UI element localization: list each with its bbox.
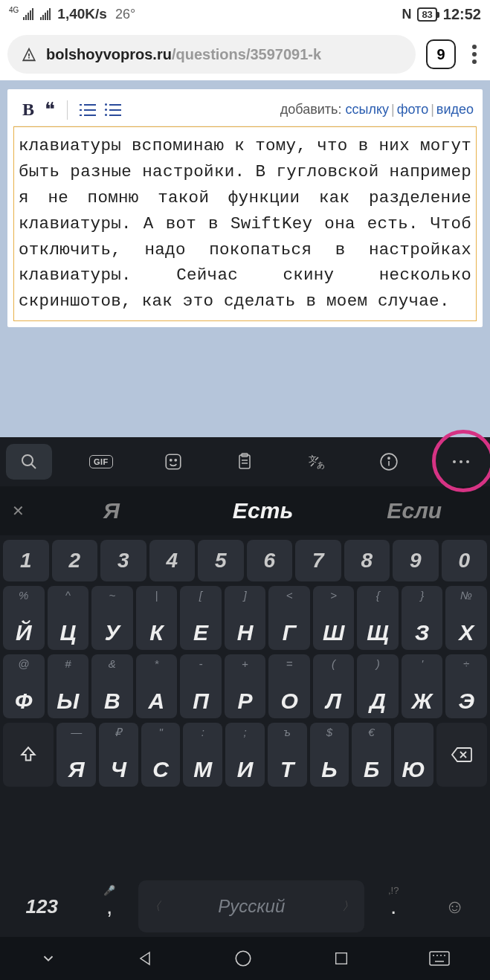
add-photo[interactable]: фото [397, 102, 428, 117]
suggestion-3[interactable]: Если [338, 498, 490, 523]
svg-point-19 [236, 951, 251, 966]
add-link[interactable]: ссылку [345, 102, 389, 117]
key-comma[interactable]: 🎤, [83, 880, 135, 932]
signal-bars-2-icon [40, 9, 51, 20]
kbd-gif-button[interactable]: GIF [78, 444, 124, 480]
nav-home[interactable] [233, 949, 253, 968]
keyboard-bottom-row: 123 🎤, 〈 Русский 〉 ,!?. ☺ [0, 880, 490, 937]
key-К[interactable]: |К [136, 586, 178, 650]
suggestion-close[interactable]: ✕ [0, 502, 36, 520]
bold-button[interactable]: B [16, 100, 40, 120]
key-В[interactable]: &В [91, 654, 133, 718]
key-М[interactable]: :М [183, 723, 222, 787]
key-П[interactable]: -П [180, 654, 222, 718]
tabs-button[interactable]: 9 [426, 39, 456, 69]
key-Г[interactable]: <Г [268, 586, 310, 650]
key-2[interactable]: 2 [52, 540, 98, 581]
kbd-clipboard-button[interactable] [222, 444, 268, 480]
key-8[interactable]: 8 [344, 540, 390, 581]
chevron-left-icon: 〈 [149, 899, 161, 915]
key-Я[interactable]: —Я [57, 723, 96, 787]
key-Ф[interactable]: @Ф [3, 654, 45, 718]
key-С[interactable]: "С [141, 723, 181, 787]
suggestion-bar: ✕ Я Есть Если [0, 486, 490, 535]
key-Б[interactable]: €Б [352, 723, 391, 787]
key-Н[interactable]: ]Н [225, 586, 266, 650]
key-0[interactable]: 0 [442, 540, 488, 581]
key-shift[interactable] [3, 723, 54, 787]
key-Ж[interactable]: 'Ж [402, 654, 443, 718]
editor-toolbar: B ❝ добавить: ссылку|фото|видео [13, 94, 477, 126]
svg-point-0 [22, 455, 33, 465]
key-У[interactable]: ~У [91, 586, 133, 650]
nav-recent[interactable] [333, 950, 349, 967]
key-Й[interactable]: %Й [3, 586, 45, 650]
system-navbar [0, 937, 490, 980]
keyboard-toolbar: GIF 文あ [0, 437, 490, 486]
key-Ц[interactable]: ^Ц [48, 586, 89, 650]
url-host: bolshoyvopros.ru [46, 46, 172, 62]
shift-icon [19, 745, 38, 764]
svg-text:あ: あ [317, 460, 325, 469]
page-content: B ❝ добавить: ссылку|фото|видео клавиату… [0, 80, 490, 437]
key-5[interactable]: 5 [198, 540, 244, 581]
key-backspace[interactable] [436, 723, 487, 787]
key-Р[interactable]: +Р [225, 654, 266, 718]
key-А[interactable]: *А [136, 654, 178, 718]
key-period[interactable]: ,!?. [367, 880, 419, 932]
kbd-info-button[interactable] [366, 444, 412, 480]
key-Ш[interactable]: >Ш [313, 586, 355, 650]
key-О[interactable]: =О [268, 654, 310, 718]
svg-point-4 [175, 460, 176, 461]
key-Е[interactable]: [Е [180, 586, 222, 650]
svg-text:文: 文 [309, 454, 317, 463]
suggestion-2[interactable]: Есть [187, 498, 339, 523]
kbd-sticker-button[interactable] [150, 444, 196, 480]
unordered-list-button[interactable] [105, 103, 121, 117]
key-9[interactable]: 9 [393, 540, 439, 581]
key-6[interactable]: 6 [247, 540, 293, 581]
key-Ч[interactable]: ₽Ч [99, 723, 138, 787]
key-emoji[interactable]: ☺ [422, 880, 487, 932]
browser-menu-button[interactable] [466, 39, 483, 70]
editor-textarea[interactable]: клавиатуры вспоминаю к тому, что в них м… [13, 126, 477, 321]
key-mode-123[interactable]: 123 [3, 880, 80, 932]
nav-back[interactable] [136, 950, 154, 967]
key-7[interactable]: 7 [295, 540, 341, 581]
keyboard: GIF 文あ ✕ Я Есть Если 1234567890 %Й^Ц~У|К… [0, 437, 490, 980]
url-bar[interactable]: bolshoyvopros.ru/questions/3597091-k [7, 35, 416, 74]
key-Щ[interactable]: {Щ [357, 586, 399, 650]
keyboard-rows: 1234567890 %Й^Ц~У|К[Е]Н<Г>Ш{Щ}З№Х @Ф#Ы&В… [0, 535, 490, 880]
kbd-search-button[interactable] [6, 444, 52, 480]
key-3[interactable]: 3 [100, 540, 146, 581]
key-Ю[interactable]: Ю [394, 723, 433, 787]
key-Л[interactable]: (Л [313, 654, 355, 718]
emoji-icon: ☺ [445, 895, 465, 918]
key-space[interactable]: 〈 Русский 〉 [138, 880, 364, 932]
key-И[interactable]: ;И [225, 723, 265, 787]
suggestion-1[interactable]: Я [36, 498, 187, 523]
nav-keyboard-switch[interactable] [429, 951, 450, 966]
svg-point-13 [388, 457, 390, 459]
nfc-icon: N [402, 7, 411, 22]
ordered-list-button[interactable] [80, 103, 96, 117]
key-Х[interactable]: №Х [445, 586, 487, 650]
key-Ь[interactable]: $Ь [310, 723, 349, 787]
key-Э[interactable]: ÷Э [445, 654, 487, 718]
key-Д[interactable]: )Д [357, 654, 399, 718]
kbd-more-button[interactable] [438, 444, 484, 480]
key-4[interactable]: 4 [149, 540, 196, 581]
nav-hide-keyboard[interactable] [40, 950, 57, 967]
key-1[interactable]: 1 [3, 540, 49, 581]
clipboard-icon [236, 452, 254, 471]
info-icon [379, 452, 399, 471]
browser-toolbar: bolshoyvopros.ru/questions/3597091-k 9 [0, 28, 490, 80]
svg-point-15 [460, 460, 462, 463]
quote-button[interactable]: ❝ [40, 98, 59, 121]
add-video[interactable]: видео [436, 102, 474, 117]
key-З[interactable]: }З [402, 586, 443, 650]
key-Ы[interactable]: #Ы [48, 654, 89, 718]
key-Т[interactable]: ъТ [268, 723, 307, 787]
kbd-translate-button[interactable]: 文あ [294, 444, 340, 480]
add-label: добавить: ссылку|фото|видео [280, 102, 474, 117]
